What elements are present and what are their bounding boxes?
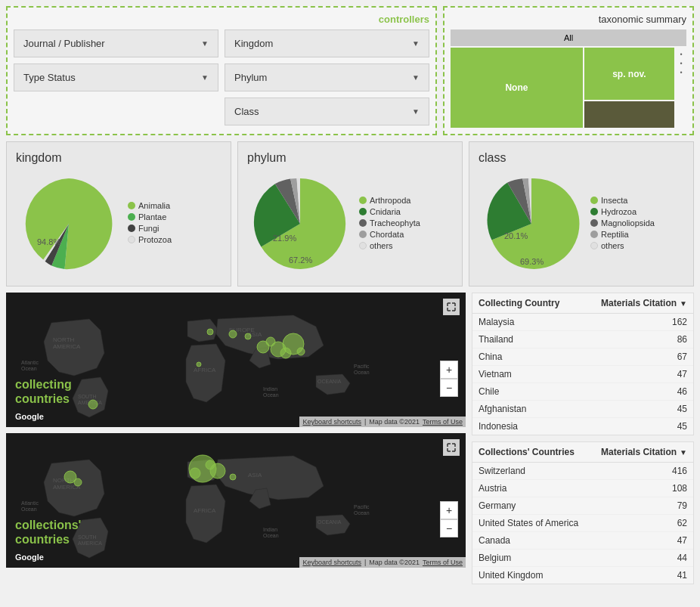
controllers-inner: Journal / Publisher ▼ Type Status ▼ King…: [14, 29, 429, 125]
legend-hydrozoa: Hydrozoa: [590, 207, 655, 216]
svg-text:69.3%: 69.3%: [520, 257, 544, 266]
collections-terms[interactable]: Terms of Use: [423, 559, 463, 566]
svg-text:AFRICA: AFRICA: [194, 507, 216, 514]
svg-text:Ocean: Ocean: [21, 366, 37, 371]
country-count: 86: [677, 334, 687, 345]
journal-publisher-dropdown[interactable]: Journal / Publisher ▼: [14, 29, 218, 57]
table-row: Vietnam47: [472, 366, 693, 383]
type-status-label: Type Status: [23, 72, 76, 83]
class-chart-card: class 20.1% 69.3%: [469, 141, 694, 286]
svg-point-25: [297, 348, 305, 355]
svg-point-48: [206, 460, 215, 469]
country-name: Germany: [479, 500, 516, 511]
magnoliopsida-label: Magnoliopsida: [601, 218, 655, 228]
type-status-dropdown[interactable]: Type Status ▼: [14, 63, 218, 91]
class-dropdown[interactable]: Class ▼: [225, 98, 429, 125]
collections-country-col2-header-wrap[interactable]: Materials Citation ▼: [601, 447, 687, 457]
controllers-label: controllers: [14, 14, 429, 25]
svg-point-27: [229, 330, 237, 338]
svg-text:OCEANIA: OCEANIA: [317, 379, 342, 384]
phylum-arrow: ▼: [412, 73, 420, 82]
type-status-arrow: ▼: [201, 73, 209, 82]
collections-countries-zoom: + −: [440, 501, 458, 537]
treemap-container: All None sp. nov. •••: [451, 29, 686, 128]
controllers-left: Journal / Publisher ▼ Type Status ▼: [14, 29, 218, 125]
table-row: Chile46: [472, 383, 693, 401]
svg-text:21.9%: 21.9%: [273, 234, 296, 243]
phylum-others-label: others: [370, 241, 393, 250]
treemap-none-label: None: [505, 82, 528, 93]
collections-keyboard-shortcuts[interactable]: Keyboard shortcuts: [302, 559, 361, 566]
collecting-countries-zoom-in[interactable]: +: [440, 361, 458, 379]
collecting-country-table-header: Collecting Country Materials Citation ▼: [472, 293, 693, 314]
treemap-cells: None sp. nov. •••: [451, 48, 686, 128]
maps-section: NORTH AMERICA SOUTH AMERICA EUROPE ASIA …: [6, 293, 466, 584]
table-row: Belgium44: [472, 550, 693, 567]
collections-country-col2-header: Materials Citation: [601, 447, 677, 457]
collecting-keyboard-shortcuts[interactable]: Keyboard shortcuts: [302, 418, 361, 426]
chordata-dot: [359, 231, 367, 238]
collecting-terms[interactable]: Terms of Use: [423, 418, 463, 426]
animalia-dot: [128, 202, 135, 209]
treemap-right-cells: sp. nov.: [584, 48, 674, 128]
svg-text:Indian: Indian: [263, 386, 277, 392]
hydrozoa-dot: [590, 208, 598, 215]
phylum-pie-svg: 21.9% 67.2%: [247, 171, 353, 277]
country-name: Switzerland: [479, 466, 525, 476]
arthropoda-dot: [359, 197, 367, 204]
svg-text:Atlantic: Atlantic: [21, 360, 39, 365]
kingdom-arrow: ▼: [412, 39, 420, 48]
collecting-country-col2-header-wrap[interactable]: Materials Citation ▼: [601, 298, 687, 308]
phylum-pie-wrap: 21.9% 67.2% Arthropoda Cnidaria Tracheop…: [247, 171, 453, 277]
country-count: 45: [677, 404, 687, 414]
collecting-country-col1-header: Collecting Country: [479, 298, 559, 308]
expand-icon: [447, 302, 456, 311]
table-row: Austria108: [472, 480, 693, 497]
taxonomic-panel: taxonomic summary All None sp. nov.: [443, 6, 694, 135]
country-count: 46: [677, 386, 687, 397]
treemap-all-label: All: [564, 33, 573, 42]
treemap-spnov-cell: sp. nov.: [584, 48, 674, 100]
controllers-right: Kingdom ▼ Phylum ▼ Class ▼: [225, 29, 429, 125]
country-count: 47: [677, 535, 687, 546]
cnidaria-label: Cnidaria: [370, 207, 401, 216]
country-name: Vietnam: [479, 369, 512, 379]
svg-text:67.2%: 67.2%: [289, 255, 312, 265]
phylum-dropdown[interactable]: Phylum ▼: [225, 63, 429, 91]
svg-text:SOUTH: SOUTH: [78, 394, 97, 399]
table-row: Malaysia162: [472, 314, 693, 331]
legend-plantae: Plantae: [128, 212, 172, 221]
legend-arthropoda: Arthropoda: [359, 196, 420, 205]
collecting-countries-zoom-out[interactable]: −: [440, 379, 458, 397]
collections-countries-zoom-in[interactable]: +: [440, 501, 458, 519]
country-count: 62: [677, 518, 687, 528]
collections-countries-expand[interactable]: [443, 439, 460, 456]
svg-text:OCEANIA: OCEANIA: [317, 519, 342, 525]
country-count: 44: [677, 553, 687, 563]
reptilia-label: Reptilia: [601, 230, 629, 239]
country-count: 162: [672, 317, 687, 327]
svg-text:Pacific: Pacific: [354, 504, 370, 509]
collecting-countries-google: Google: [15, 412, 44, 421]
svg-text:20.1%: 20.1%: [504, 231, 528, 240]
treemap-all-bar: All: [451, 29, 686, 46]
collecting-countries-expand[interactable]: [443, 299, 460, 315]
svg-text:NORTH: NORTH: [53, 336, 75, 343]
table-row: Indonesia45: [472, 418, 693, 435]
protozoa-label: Protozoa: [138, 235, 172, 244]
legend-insecta: Insecta: [590, 196, 655, 205]
country-count: 41: [677, 570, 687, 581]
kingdom-pie-svg: 94.8%: [16, 171, 122, 277]
country-name: Indonesia: [479, 421, 518, 432]
svg-text:94.8%: 94.8%: [37, 237, 60, 246]
phylum-chart-title: phylum: [247, 151, 453, 165]
collections-countries-zoom-out[interactable]: −: [440, 519, 458, 537]
table-row: Thailand86: [472, 331, 693, 348]
tracheophyta-label: Tracheophyta: [370, 218, 420, 228]
legend-magnoliopsida: Magnoliopsida: [590, 218, 655, 228]
country-count: 79: [677, 500, 687, 511]
expand-icon-2: [447, 443, 456, 452]
top-section: controllers Journal / Publisher ▼ Type S…: [6, 6, 694, 135]
kingdom-dropdown[interactable]: Kingdom ▼: [225, 29, 429, 57]
collections-countries-map-svg: NORTH AMERICA SOUTH AMERICA AFRICA ASIA …: [6, 433, 466, 568]
